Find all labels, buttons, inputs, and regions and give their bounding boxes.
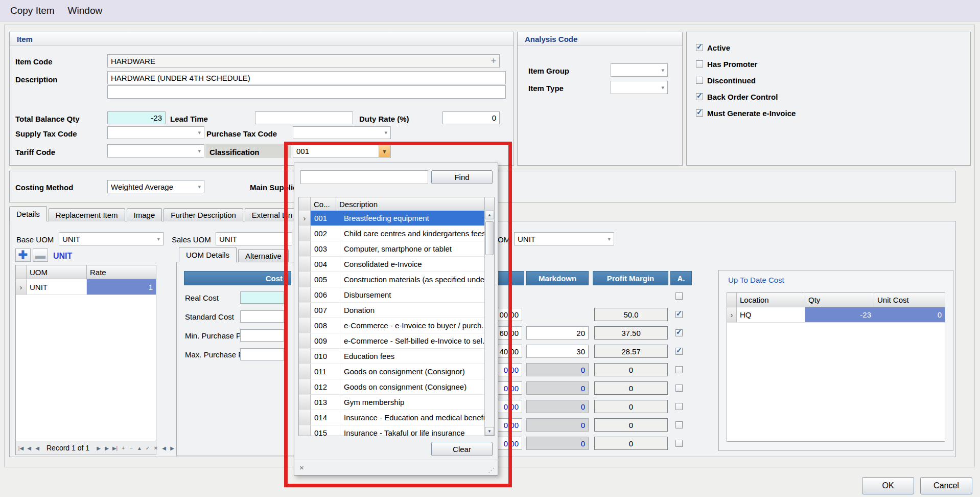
markdown-field[interactable]: 0 xyxy=(526,363,589,376)
ok-button[interactable]: OK xyxy=(862,477,914,494)
item-group-dropdown[interactable]: ▾ xyxy=(611,63,668,77)
base-uom-dropdown[interactable]: UNIT ▾ xyxy=(59,232,164,245)
row-active-checkbox[interactable] xyxy=(675,440,683,447)
cost-row-field[interactable] xyxy=(240,310,284,323)
nav-button-icon[interactable]: ▶ xyxy=(96,445,102,451)
row-active-checkbox[interactable] xyxy=(675,348,683,355)
nav-button-icon[interactable]: ◀ xyxy=(161,445,167,451)
dropdown-arrow-icon[interactable]: ▾ xyxy=(661,84,664,91)
total-balance-qty-field[interactable]: -23 xyxy=(107,111,166,124)
lookup-row[interactable]: 011 Goods on consignment (Consignor) xyxy=(299,364,485,379)
rate-column-header[interactable]: Rate xyxy=(87,265,156,279)
markdown-field[interactable]: 0 xyxy=(526,437,589,450)
nav-button-icon[interactable]: |◀ xyxy=(18,445,24,451)
markdown-field[interactable]: 0 xyxy=(526,381,589,395)
nav-button-icon[interactable]: + xyxy=(120,445,126,451)
sales-uom-field[interactable]: UNIT xyxy=(216,232,292,245)
unit-cost-column-header[interactable]: Unit Cost xyxy=(874,293,945,307)
location-cell[interactable]: HQ xyxy=(737,307,805,322)
dropdown-arrow-icon[interactable]: ▾ xyxy=(198,184,201,190)
flag-checkbox[interactable] xyxy=(696,77,703,84)
lookup-row[interactable]: 007 Donation xyxy=(299,303,485,318)
nav-button-icon[interactable]: ▶ xyxy=(169,445,175,451)
uom-detail-tab[interactable]: Alternative xyxy=(238,249,289,262)
scroll-down-icon[interactable]: ▼ xyxy=(485,427,494,436)
lead-time-field[interactable] xyxy=(255,111,353,124)
uom-cell[interactable]: UNIT xyxy=(27,279,87,295)
dropdown-arrow-icon[interactable]: ▾ xyxy=(157,236,160,242)
main-tab[interactable]: Image xyxy=(127,208,162,221)
item-type-dropdown[interactable]: ▾ xyxy=(611,81,668,94)
nav-button-icon[interactable]: ◀ xyxy=(26,445,32,451)
dropdown-arrow-icon[interactable]: ▾ xyxy=(384,129,387,136)
lookup-row[interactable]: 012 Goods on consignment (Consignee) xyxy=(299,379,485,395)
code-column-header[interactable]: Co... xyxy=(311,197,336,211)
main-tab[interactable]: Further Description xyxy=(164,208,243,221)
row-active-checkbox[interactable] xyxy=(675,421,683,428)
flag-checkbox[interactable] xyxy=(696,44,703,51)
resize-grip-icon[interactable]: ⋰ xyxy=(488,466,495,474)
row-active-checkbox[interactable] xyxy=(675,311,683,318)
lookup-row[interactable]: 004 Consolidated e-Invoice xyxy=(299,257,485,272)
qty-column-header[interactable]: Qty xyxy=(805,293,874,307)
nav-button-icon[interactable]: ◀ xyxy=(34,445,40,451)
location-column-header[interactable]: Location xyxy=(737,293,805,307)
lookup-row[interactable]: 009 e-Commerce - Self-billed e-Invoice t… xyxy=(299,333,485,349)
main-tab[interactable]: Details xyxy=(9,206,47,221)
lookup-row[interactable]: 002 Child care centres and kindergartens… xyxy=(299,226,485,241)
description2-field[interactable] xyxy=(107,85,506,99)
main-tab[interactable]: Replacement Item xyxy=(49,208,125,221)
item-code-field[interactable]: HARDWARE + xyxy=(107,54,500,67)
qty-cell[interactable]: -23 xyxy=(805,307,874,322)
nav-button-icon[interactable]: ✓ xyxy=(145,445,151,451)
row-active-checkbox[interactable] xyxy=(675,403,683,410)
row-active-checkbox[interactable] xyxy=(675,366,683,373)
markdown-field[interactable]: 20 xyxy=(526,326,589,340)
nav-button-icon[interactable]: ▶| xyxy=(112,445,118,451)
menu-item[interactable]: Copy Item xyxy=(10,5,55,16)
cost-row-field[interactable] xyxy=(240,291,284,304)
lookup-row[interactable]: 006 Disbursement xyxy=(299,287,485,303)
purchase-uom-dropdown[interactable]: UNIT ▾ xyxy=(514,232,614,245)
lookup-search-input[interactable] xyxy=(300,170,428,184)
nav-button-icon[interactable]: ▶ xyxy=(104,445,110,451)
description-column-header[interactable]: Description xyxy=(336,197,485,211)
clear-button[interactable]: Clear xyxy=(431,442,493,456)
row-active-checkbox[interactable] xyxy=(675,292,683,300)
rate-cell[interactable]: 1 xyxy=(87,279,156,295)
description-field[interactable]: HARDWARE (UNDER 4TH SCHEDULE) xyxy=(107,71,506,84)
lookup-row[interactable]: 008 e-Commerce - e-Invoice to buyer / pu… xyxy=(299,318,485,333)
find-button[interactable]: Find xyxy=(431,170,493,184)
lookup-row[interactable]: › 001 Breastfeeding equipment xyxy=(299,211,485,226)
main-tab[interactable]: External Lin xyxy=(245,208,299,221)
flag-checkbox[interactable] xyxy=(696,93,703,100)
duty-rate-field[interactable]: 0 xyxy=(442,111,500,124)
add-icon[interactable]: + xyxy=(491,56,496,66)
lookup-row[interactable]: 005 Construction materials (as specified… xyxy=(299,272,485,287)
nav-button-icon[interactable]: ▲ xyxy=(136,445,143,451)
dropdown-arrow-icon[interactable]: ▾ xyxy=(198,129,201,136)
cost-row-field[interactable] xyxy=(240,348,284,360)
markdown-field[interactable]: 0 xyxy=(526,418,589,432)
costing-method-dropdown[interactable]: Weighted Average ▾ xyxy=(107,180,204,193)
scrollbar-thumb[interactable] xyxy=(485,221,494,255)
dropdown-arrow-icon[interactable]: ▾ xyxy=(198,148,201,154)
close-icon[interactable]: × xyxy=(299,463,304,472)
lookup-row[interactable]: 003 Computer, smartphone or tablet xyxy=(299,241,485,257)
nav-button-icon[interactable]: − xyxy=(128,445,134,451)
classification-combo[interactable]: 001 ▼ xyxy=(293,144,391,158)
dropdown-arrow-icon[interactable]: ▾ xyxy=(661,67,664,74)
nav-button-icon[interactable]: ✕ xyxy=(153,445,159,451)
purchase-tax-code-dropdown[interactable]: ▾ xyxy=(293,126,391,139)
cost-row-field[interactable] xyxy=(240,329,284,342)
lookup-row[interactable]: 014 Insurance - Education and medical be… xyxy=(299,410,485,425)
row-active-checkbox[interactable] xyxy=(675,329,683,336)
menu-item[interactable]: Window xyxy=(68,5,103,16)
combo-dropdown-button[interactable]: ▼ xyxy=(379,145,390,157)
lookup-row[interactable]: 010 Education fees xyxy=(299,349,485,364)
row-active-checkbox[interactable] xyxy=(675,385,683,392)
flag-checkbox[interactable] xyxy=(696,109,703,117)
scroll-up-icon[interactable]: ▲ xyxy=(485,211,494,219)
tariff-code-dropdown[interactable]: ▾ xyxy=(107,144,204,157)
cancel-button[interactable]: Cancel xyxy=(920,477,972,494)
